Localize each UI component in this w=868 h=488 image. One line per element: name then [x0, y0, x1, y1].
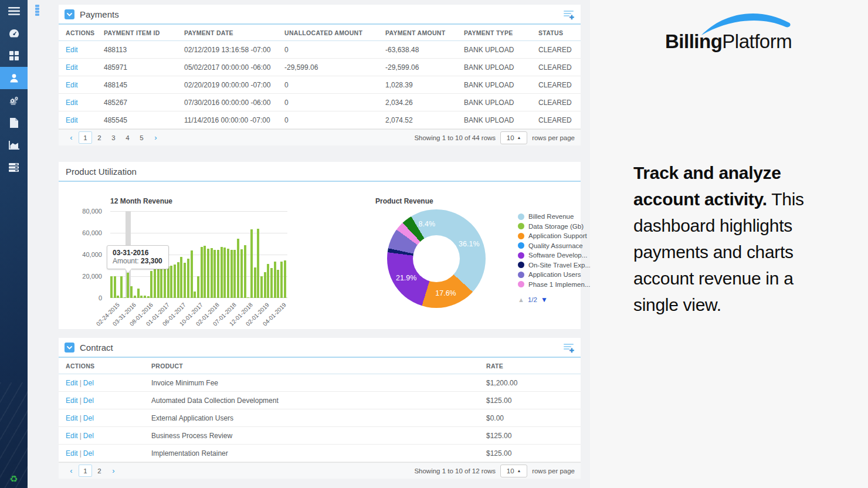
bar	[204, 246, 206, 298]
reports-chart-icon	[9, 141, 19, 150]
legend-label: Application Support	[528, 232, 587, 239]
page-button-2[interactable]: 2	[93, 131, 106, 144]
y-tick-label: 20,000	[82, 273, 102, 280]
contract-header-row: ACTIONSPRODUCTRATE	[59, 358, 581, 374]
revenue-bar-chart: 12 Month Revenue 80,00060,00040,00020,00…	[110, 197, 287, 328]
table-cell: CLEARED	[535, 76, 581, 94]
edit-link[interactable]: Edit	[66, 432, 78, 440]
bar	[180, 257, 182, 298]
sidebar-item-data[interactable]	[0, 156, 28, 178]
sidebar-item-apps[interactable]	[0, 45, 28, 67]
bar	[201, 247, 203, 298]
edit-link[interactable]: Edit	[66, 63, 78, 72]
legend-item[interactable]: Quality Assurnace	[518, 242, 591, 249]
legend-item[interactable]: Application Support	[518, 232, 591, 239]
table-cell: 11/14/2016 00:00:00 -07:00	[181, 111, 281, 129]
prev-page-button[interactable]: ‹	[65, 465, 78, 477]
collapse-chevron-icon[interactable]	[65, 9, 74, 19]
sidebar-item-account[interactable]	[0, 67, 28, 89]
legend-item[interactable]: On-Site Travel Exp...	[518, 262, 591, 269]
marketing-headline: Track and analyze account activity.	[633, 163, 781, 209]
bar	[187, 259, 189, 298]
bar	[150, 271, 152, 298]
edit-link[interactable]: Edit	[66, 81, 78, 89]
sidebar-item-menu[interactable]	[0, 0, 28, 22]
add-to-list-icon[interactable]: ✚	[564, 344, 574, 352]
page-button-3[interactable]: 3	[107, 131, 120, 144]
contract-header: Contract ✚	[59, 338, 581, 358]
recycle-icon[interactable]: ♻	[0, 473, 28, 484]
edit-link[interactable]: Edit	[66, 116, 78, 124]
settings-gears-icon	[8, 96, 19, 105]
prev-page-button[interactable]: ‹	[65, 131, 78, 144]
contract-page-size-select[interactable]: 10 ▲	[500, 465, 527, 477]
table-row: Edit|DelBusiness Process Review$125.00	[59, 427, 581, 445]
bar	[237, 239, 239, 298]
table-cell: BANK UPLOAD	[460, 59, 535, 76]
delete-link[interactable]: Del	[83, 449, 94, 458]
delete-link[interactable]: Del	[83, 379, 94, 387]
bar	[147, 296, 150, 298]
sidebar-item-settings[interactable]	[0, 89, 28, 111]
slice-percentage-label: 8.4%	[419, 220, 436, 228]
marketing-copy: Track and analyze account activity. This…	[633, 160, 836, 318]
bar	[164, 267, 166, 298]
table-cell: 485267	[100, 94, 181, 111]
legend-item[interactable]: Data Storage (Gb)	[518, 223, 591, 230]
bar	[270, 268, 273, 298]
legend-color-dot	[518, 272, 524, 278]
sidebar-item-dashboard[interactable]	[0, 22, 28, 45]
logo-swoosh-icon	[700, 9, 794, 37]
table-cell: $1,200.00	[483, 374, 581, 392]
page-button-2[interactable]: 2	[93, 465, 106, 477]
sidebar-item-reports[interactable]	[0, 134, 28, 156]
table-cell: Automated Data Collection Development	[148, 392, 483, 409]
add-to-list-icon[interactable]: ✚	[564, 11, 574, 19]
edit-link[interactable]: Edit	[66, 396, 78, 405]
page-button-1[interactable]: 1	[79, 465, 92, 477]
next-page-button[interactable]: ›	[107, 465, 120, 477]
legend-item[interactable]: Billed Revenue	[518, 213, 591, 220]
legend-color-dot	[518, 252, 524, 259]
slice-percentage-label: 17.6%	[435, 289, 456, 297]
sidebar-item-documents[interactable]	[0, 111, 28, 134]
bar	[217, 250, 219, 298]
legend-item[interactable]: Phase 1 Implemen...	[518, 281, 591, 288]
slice-percentage-label: 21.9%	[396, 274, 416, 282]
delete-link[interactable]: Del	[83, 432, 94, 440]
bar	[154, 267, 156, 298]
column-header: STATUS	[535, 25, 581, 41]
apps-grid-icon	[9, 51, 19, 60]
page-button-5[interactable]: 5	[135, 131, 148, 144]
table-row: Edit|DelInvoice Minimum Fee$1,200.00	[59, 374, 581, 392]
edit-link[interactable]: Edit	[66, 99, 78, 107]
legend-item[interactable]: Software Develop...	[518, 252, 591, 259]
page-button-1[interactable]: 1	[79, 131, 92, 144]
table-cell: $125.00	[483, 445, 581, 462]
legend-page-up-icon[interactable]: ▲	[518, 296, 524, 303]
bar	[230, 250, 233, 299]
next-page-button[interactable]: ›	[149, 131, 162, 144]
collapse-chevron-icon[interactable]	[65, 343, 74, 353]
rows-per-page-label: rows per page	[532, 134, 575, 141]
table-cell: 488145	[100, 76, 181, 94]
payments-page-size-select[interactable]: 10 ▲	[500, 131, 527, 144]
table-cell: 485971	[100, 59, 181, 76]
edit-link[interactable]: Edit	[66, 46, 78, 54]
delete-link[interactable]: Del	[83, 414, 94, 422]
delete-link[interactable]: Del	[83, 396, 94, 405]
table-row: Edit48814502/20/2019 00:00:00 -07:0001,0…	[59, 76, 581, 94]
table-cell: -29,599.06	[382, 59, 460, 76]
bar	[233, 250, 236, 299]
bar	[250, 229, 253, 298]
legend-item[interactable]: Application Users	[518, 271, 591, 278]
column-header: UNALLOCATED AMOUNT	[281, 25, 382, 41]
bar	[157, 267, 160, 298]
legend-color-dot	[518, 242, 524, 249]
edit-link[interactable]: Edit	[66, 379, 78, 387]
edit-link[interactable]: Edit	[66, 449, 78, 458]
drag-handle-icon[interactable]	[35, 5, 39, 16]
page-button-4[interactable]: 4	[121, 131, 134, 144]
legend-page-down-icon[interactable]: ▼	[541, 296, 548, 304]
edit-link[interactable]: Edit	[66, 414, 78, 422]
